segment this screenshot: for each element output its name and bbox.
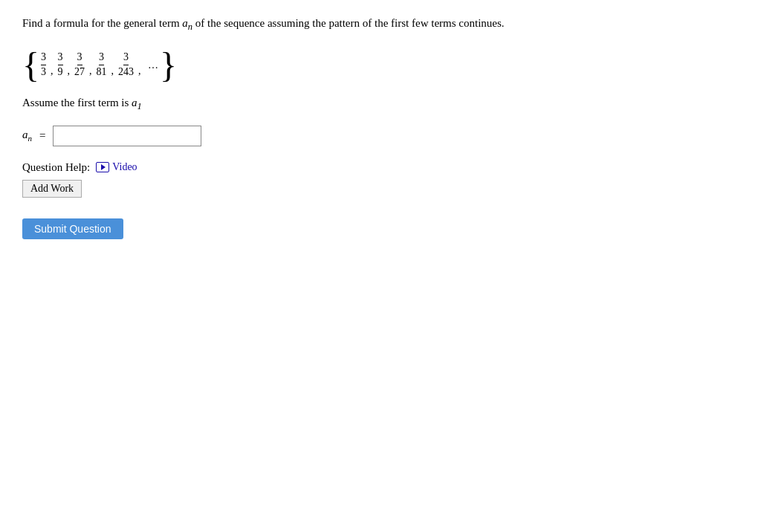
equals-sign: =	[39, 129, 45, 142]
fraction-3: 3 27	[74, 51, 85, 79]
fraction-5: 3 243	[118, 51, 134, 79]
add-work-button[interactable]: Add Work	[22, 180, 82, 198]
left-brace: {	[22, 48, 39, 83]
video-icon	[96, 162, 109, 172]
question-text: Find a formula for the general term an o…	[22, 15, 739, 34]
question-help-label: Question Help:	[22, 161, 90, 174]
answer-row: an =	[22, 126, 739, 146]
video-label: Video	[112, 161, 137, 173]
an-label: an	[22, 129, 32, 143]
question-help-row: Question Help: Video	[22, 161, 739, 174]
fraction-1: 3 3	[41, 51, 46, 79]
add-work-container: Add Work	[22, 180, 739, 213]
submit-question-button[interactable]: Submit Question	[22, 218, 123, 239]
submit-container: Submit Question	[22, 218, 739, 239]
sequence-display: { 3 3 , 3 9 , 3 27 , 3 81 , 3 243 , … }	[22, 48, 739, 83]
answer-input[interactable]	[53, 126, 201, 146]
fractions-list: 3 3 , 3 9 , 3 27 , 3 81 , 3 243 , …	[39, 48, 160, 82]
right-brace: }	[160, 48, 177, 83]
ellipsis: …	[146, 59, 159, 71]
fraction-2: 3 9	[58, 51, 63, 79]
fraction-4: 3 81	[97, 51, 107, 79]
video-link[interactable]: Video	[96, 161, 137, 173]
assume-text: Assume the first term is a1	[22, 97, 739, 112]
